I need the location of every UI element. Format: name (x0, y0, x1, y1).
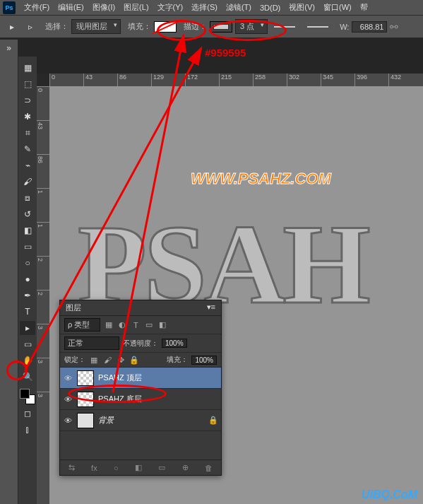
menu-image[interactable]: 图像(I) (88, 2, 119, 13)
heal-tool[interactable]: ⌁ (20, 158, 35, 172)
link-icon[interactable]: ⚯ (390, 21, 398, 33)
ps-logo: Ps (3, 1, 16, 14)
select-layer-dropdown[interactable]: 现用图层 (71, 19, 121, 34)
blend-mode-dropdown[interactable]: 正常 (64, 336, 119, 350)
footer-credit: UiBQ.CoM (362, 488, 417, 501)
filter-pixel-icon[interactable]: ▦ (104, 320, 114, 330)
visibility-icon[interactable]: 👁 (63, 374, 73, 382)
group-icon[interactable]: ▭ (158, 463, 165, 472)
filter-type-dropdown[interactable]: ρ 类型 (64, 318, 100, 332)
dodge-tool[interactable]: ● (20, 272, 35, 286)
width-label: W: (340, 23, 349, 31)
color-swatches[interactable] (20, 389, 35, 404)
filter-shape-icon[interactable]: ▭ (144, 320, 154, 330)
menu-window[interactable]: 窗口(W) (319, 2, 356, 13)
zoom-tool[interactable]: 🔍 (20, 370, 35, 384)
marquee-tool[interactable]: ⬚ (20, 77, 35, 91)
stroke-width-dropdown[interactable]: 3 点 (235, 19, 268, 34)
fill-opacity-value[interactable]: 100% (191, 356, 217, 365)
layer-filter-row: ρ 类型 ▦ ◐ T ▭ ◧ (60, 316, 221, 334)
layers-tab[interactable]: 图层▾≡ (60, 300, 221, 316)
mask-icon[interactable]: ○ (114, 464, 119, 472)
move-tool[interactable]: ▦ (20, 61, 35, 75)
panel-menu-icon[interactable]: ▾≡ (207, 303, 215, 313)
filter-adjust-icon[interactable]: ◐ (117, 320, 127, 330)
path-select-tool[interactable]: ▸ (20, 321, 35, 335)
filter-smart-icon[interactable]: ◧ (157, 320, 167, 330)
menu-edit[interactable]: 编辑(E) (54, 2, 88, 13)
layer-name[interactable]: PSAHZ 底层 (98, 394, 142, 404)
new-layer-icon[interactable]: ⊕ (182, 463, 189, 472)
lock-row: 锁定： ▦ 🖌 ✥ 🔒 填充： 100% (60, 353, 221, 368)
width-input[interactable] (352, 21, 387, 33)
tools-panel: ▦ ⬚ ⊃ ✱ ⌗ ✎ ⌁ 🖌 ⧈ ↺ ◧ ▭ ○ ● ✒ T ▸ ▭ ✋ 🔍 … (18, 57, 37, 504)
menu-view[interactable]: 视图(V) (285, 2, 319, 13)
lasso-tool[interactable]: ⊃ (20, 93, 35, 107)
layer-item-bottom[interactable]: 👁 PSAHZ 底层 (60, 389, 221, 410)
layer-name[interactable]: PSAHZ 顶层 (98, 373, 142, 383)
ruler-vertical: 043861122333 (37, 86, 49, 504)
menu-3d[interactable]: 3D(D) (256, 4, 285, 12)
fill-opacity-label: 填充： (167, 355, 188, 365)
fill-swatch[interactable] (154, 21, 177, 33)
lock-position-icon[interactable]: ✥ (116, 355, 126, 365)
menu-type[interactable]: 文字(Y) (153, 2, 188, 13)
brush-tool[interactable]: 🖌 (20, 175, 35, 189)
stroke-options[interactable] (302, 23, 334, 31)
pen-tool[interactable]: ✒ (20, 288, 35, 303)
wand-tool[interactable]: ✱ (20, 110, 35, 124)
screen-mode-icon[interactable]: ⫿ (20, 423, 35, 437)
link-layers-icon[interactable]: ⇆ (68, 463, 75, 472)
layer-item-bg[interactable]: 👁 背景 🔒 (60, 410, 221, 431)
visibility-icon[interactable]: 👁 (63, 416, 73, 425)
fx-icon[interactable]: fx (91, 464, 97, 472)
fill-label: 填充： (128, 21, 151, 32)
eyedropper-tool[interactable]: ✎ (20, 142, 35, 156)
ruler-horizontal: 04386129172215258302345396432 (49, 74, 423, 86)
collapse-icon[interactable]: » (1, 41, 17, 55)
hand-tool[interactable]: ✋ (20, 353, 35, 368)
stroke-style-dropdown[interactable] (270, 23, 299, 31)
watermark-text: WWW.PSAHZ.COM (191, 170, 331, 188)
stroke-swatch[interactable] (210, 21, 232, 33)
gradient-tool[interactable]: ▭ (20, 240, 35, 254)
mask-mode-icon[interactable]: ◻ (20, 406, 35, 421)
left-toolbar-1: » (0, 40, 18, 504)
blend-row: 正常 不透明度： 100% (60, 334, 221, 353)
opacity-value[interactable]: 100% (162, 339, 187, 348)
visibility-icon[interactable]: 👁 (63, 395, 73, 404)
eraser-tool[interactable]: ◧ (20, 223, 35, 238)
menu-file[interactable]: 文件(F) (20, 2, 54, 13)
layer-thumb[interactable] (77, 370, 94, 386)
stamp-tool[interactable]: ⧈ (20, 191, 35, 205)
select-label: 选择： (45, 21, 68, 32)
type-tool[interactable]: T (20, 305, 35, 319)
layer-thumb[interactable] (77, 413, 94, 428)
menu-layer[interactable]: 图层(L) (119, 2, 153, 13)
lock-pixels-icon[interactable]: ▦ (89, 355, 99, 365)
shape-tool[interactable]: ▭ (20, 337, 35, 351)
crop-tool[interactable]: ⌗ (20, 126, 35, 140)
menu-filter[interactable]: 滤镜(T) (222, 2, 256, 13)
lock-icon: 🔒 (208, 416, 218, 425)
menu-bar: Ps 文件(F) 编辑(E) 图像(I) 图层(L) 文字(Y) 选择(S) 滤… (0, 0, 423, 16)
layer-thumb[interactable] (77, 392, 94, 407)
adjustment-icon[interactable]: ◧ (135, 463, 142, 472)
lock-all-icon[interactable]: 🔒 (129, 355, 139, 365)
stroke-label: 描边： (184, 21, 207, 32)
layer-item-top[interactable]: 👁 PSAHZ 顶层 (60, 368, 221, 389)
layers-panel: 图层▾≡ ρ 类型 ▦ ◐ T ▭ ◧ 正常 不透明度： 100% 锁定： ▦ … (59, 300, 222, 476)
lock-paint-icon[interactable]: 🖌 (102, 355, 112, 365)
layer-list: 👁 PSAHZ 顶层 👁 PSAHZ 底层 👁 背景 🔒 (60, 368, 221, 459)
path-select-icon: ▸ (4, 20, 20, 34)
layers-bottom-bar: ⇆ fx ○ ◧ ▭ ⊕ 🗑 (60, 459, 221, 475)
options-bar: ▸ ▹ 选择： 现用图层 填充： 描边： 3 点 W: ⚯ (0, 16, 423, 38)
menu-select[interactable]: 选择(S) (187, 2, 222, 13)
history-brush-tool[interactable]: ↺ (20, 207, 35, 221)
direct-select-icon: ▹ (23, 20, 38, 34)
layer-name[interactable]: 背景 (98, 415, 114, 426)
menu-help[interactable]: 帮 (356, 2, 372, 13)
trash-icon[interactable]: 🗑 (205, 464, 213, 472)
blur-tool[interactable]: ○ (20, 256, 35, 270)
filter-type-icon[interactable]: T (131, 320, 141, 330)
